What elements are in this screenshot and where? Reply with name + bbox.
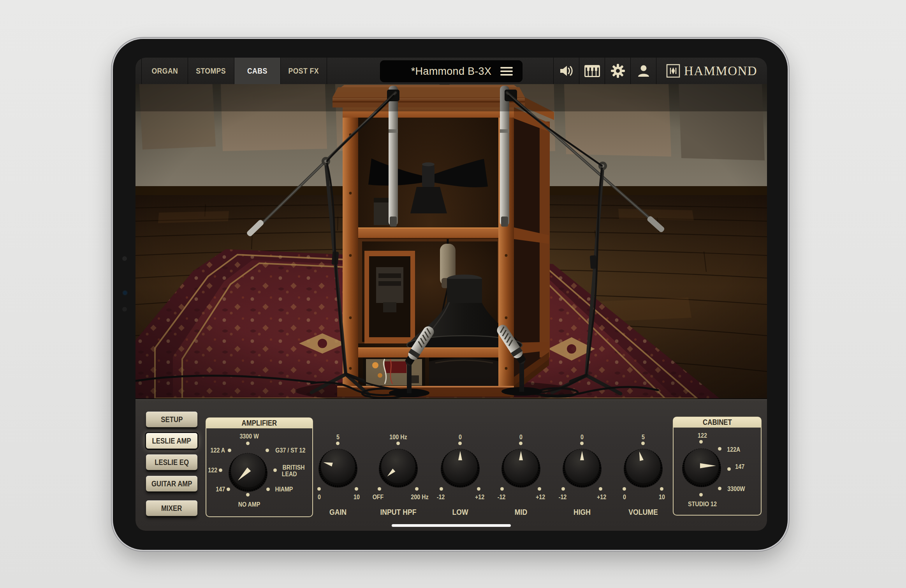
amplifier-selector-group: AMPLIFIER 3300 W 122 A 122 147 NO AMP G3… [206,417,313,517]
hammond-logo-text: HAMMOND [684,64,757,78]
volume-caption: VOLUME [628,507,658,517]
hammond-box-logo-icon [666,64,680,78]
user-button[interactable] [630,58,656,84]
home-indicator[interactable] [392,524,511,527]
amp-option-147: 147 [215,486,226,493]
gain-knob[interactable] [317,446,359,489]
amp-dot-british-lead [273,468,277,472]
hpf-max-label: 200 Hz [411,494,428,500]
low-top-dot [458,442,462,445]
user-icon [637,64,650,77]
amp-option-3300w: 3300 W [238,433,261,440]
gain-top-label: 5 [336,434,340,440]
volume-top-dot [641,442,645,445]
volume-knob[interactable] [622,446,665,489]
high-max-label: +12 [597,494,606,500]
low-knob-unit: 0 -12 +12 LOW [427,432,493,520]
gear-icon [611,64,625,78]
mid-knob[interactable] [500,446,542,489]
high-top-label: 0 [581,434,584,440]
volume-button[interactable] [553,58,579,84]
cab-option-122: 122 [697,432,708,439]
gain-min-label: 0 [318,494,321,500]
amp-dot-3300w [246,442,250,445]
mid-knob-unit: 0 -12 +12 MID [488,432,554,520]
settings-button[interactable] [605,58,630,84]
tab-stomps[interactable]: STOMPS [188,58,234,84]
amp-option-g37st12: G37 / ST 12 [273,447,308,454]
amp-option-122a: 122 A [209,447,227,454]
gain-max-label: 10 [354,494,360,500]
amp-option-noamp: NO AMP [236,501,262,508]
leslie-eq-button[interactable]: LESLIE EQ [146,454,197,470]
bezel-sensor-dot [123,291,127,294]
tab-cabs-label: CABS [247,66,267,76]
mid-top-label: 0 [519,434,522,440]
low-caption: LOW [452,507,468,517]
mixer-button-label: MIXER [161,504,182,513]
gain-top-dot [336,442,340,445]
amplifier-knob[interactable] [227,450,269,493]
bezel-camera-dot [122,307,127,312]
cab-option-122a: 122A [726,446,742,453]
amp-option-hiamp: HIAMP [273,486,295,493]
high-knob[interactable] [561,446,603,489]
gain-knob-unit: 5 0 10 GAIN [305,432,371,520]
volume-max-label: 10 [659,494,665,500]
tab-organ[interactable]: ORGAN [142,58,188,84]
low-knob[interactable] [439,446,482,489]
volume-top-label: 5 [642,434,645,440]
cab-dot-147 [727,467,731,471]
cab-dot-122 [699,440,703,444]
high-caption: HIGH [574,507,591,517]
mid-caption: MID [515,507,527,517]
cabinet-selector-group: CABINET 122 122A 147 3300W STUDIO 12 [673,417,762,516]
control-panel: SETUP LESLIE AMP LESLIE EQ GUITAR AMP MI… [135,398,767,531]
cabinet-knob[interactable] [680,445,723,488]
tab-postfx[interactable]: POST FX [281,58,327,84]
amp-dot-122 [219,468,222,472]
tab-cabs[interactable]: CABS [234,58,281,84]
amp-dot-noamp [246,493,250,496]
gain-caption: GAIN [329,507,347,517]
cab-option-studio12: STUDIO 12 [685,501,720,507]
keyboard-icon [584,65,600,77]
tab-stomps-label: STOMPS [196,66,226,76]
hpf-top-dot [396,442,400,445]
main-tabs: ORGAN STOMPS CABS POST FX [141,58,327,84]
top-bar-actions: HAMMOND [553,58,767,84]
hpf-top-label: 100 Hz [389,434,407,440]
preset-name: *Hammond B-3X [411,65,491,77]
setup-button[interactable]: SETUP [146,412,197,427]
top-bar: ORGAN STOMPS CABS POST FX *Hammond B-3X [135,58,767,84]
bezel-camera-dot [122,256,127,261]
guitar-amp-button[interactable]: GUITAR AMP [146,476,197,491]
hammond-logo: HAMMOND [656,58,767,84]
hpf-min-label: OFF [373,494,384,500]
scene-vignette [135,84,767,398]
volume-min-label: 0 [623,494,626,500]
leslie-amp-button[interactable]: LESLIE AMP [146,433,197,449]
hamburger-icon[interactable] [500,67,513,76]
mid-max-label: +12 [536,494,545,500]
amp-option-122: 122 [207,467,218,474]
cab-dot-studio12 [699,493,703,496]
high-knob-unit: 0 -12 +12 HIGH [549,432,615,520]
input-hpf-knob[interactable] [377,446,420,489]
low-top-label: 0 [459,434,462,440]
app-screen: ORGAN STOMPS CABS POST FX *Hammond B-3X [135,58,767,531]
low-min-label: -12 [437,494,445,500]
preset-selector[interactable]: *Hammond B-3X [380,60,522,82]
volume-icon [559,65,574,77]
leslie-eq-button-label: LESLIE EQ [155,458,189,467]
studio-scene [135,84,767,398]
volume-knob-unit: 5 0 10 VOLUME [610,432,676,520]
mid-top-dot [519,442,522,445]
keyboard-button[interactable] [579,58,605,84]
tab-postfx-label: POST FX [289,66,319,76]
guitar-amp-button-label: GUITAR AMP [151,479,192,488]
mixer-button[interactable]: MIXER [146,500,197,516]
low-max-label: +12 [475,494,484,500]
ipad-device-frame: ORGAN STOMPS CABS POST FX *Hammond B-3X [113,39,788,550]
amp-option-british-lead: BRITISH LEAD [280,464,307,477]
